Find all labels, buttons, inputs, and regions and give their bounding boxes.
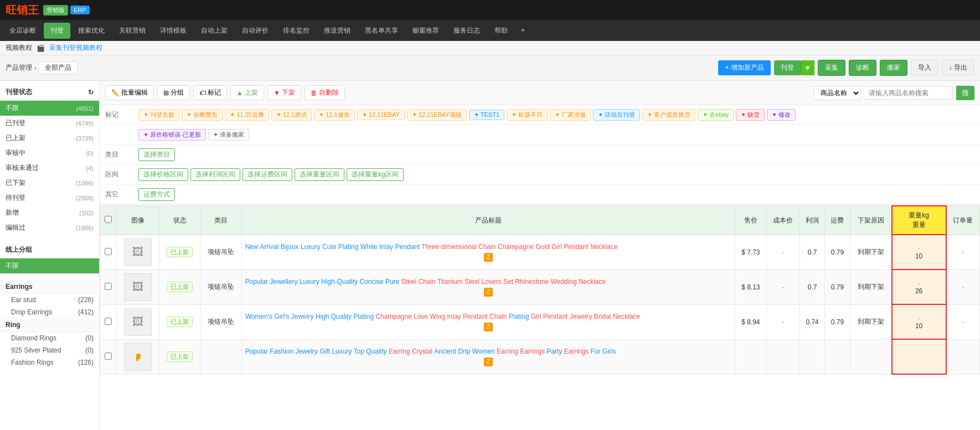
nav-item-seo[interactable]: 搜索优化 bbox=[71, 23, 111, 39]
row-checkbox-2[interactable] bbox=[100, 270, 117, 304]
status-published[interactable]: 已刊登 (4749) bbox=[0, 116, 99, 131]
row-weight-3[interactable]: - 10 bbox=[892, 304, 946, 339]
tag-go-ebay[interactable]: ✦ 去ebay bbox=[698, 109, 734, 121]
row-title-3[interactable]: Women's Girl's Jewelry High Quality Plat… bbox=[241, 304, 735, 339]
row-title-2[interactable]: Popular Jewellery Luxury High-Quality Co… bbox=[241, 270, 735, 304]
delete-button[interactable]: 🗑 自删除 bbox=[305, 85, 345, 100]
tag-post-activity[interactable]: ✦ 活动后刊登 bbox=[593, 109, 640, 121]
tag-prepare-move[interactable]: ✦ 准备搬家 bbox=[208, 129, 249, 141]
list-button[interactable]: ▲ 上架 bbox=[230, 85, 264, 100]
status-reviewing[interactable]: 审核中 (0) bbox=[0, 146, 99, 160]
search-input[interactable] bbox=[864, 86, 953, 100]
row-checkbox-4[interactable] bbox=[100, 339, 117, 374]
edit-icon-2[interactable]: Z bbox=[484, 288, 493, 297]
select-all-checkbox[interactable] bbox=[105, 216, 112, 223]
tutorial-link[interactable]: 采集刊登视频教程 bbox=[49, 43, 102, 53]
status-listed[interactable]: 已上架 (3739) bbox=[0, 131, 99, 146]
publish-dropdown-button[interactable]: ▼ bbox=[801, 60, 814, 75]
tag-121modify[interactable]: ✦ 12.1修改 bbox=[314, 109, 354, 121]
batch-edit-button[interactable]: ✏️ 批量编辑 bbox=[105, 85, 154, 100]
status-edited[interactable]: 编辑过 (1906) bbox=[0, 220, 99, 235]
search-type-select[interactable]: 商品名称 bbox=[813, 86, 861, 100]
export-button[interactable]: ↓ 导出 bbox=[942, 60, 974, 76]
row-title-1[interactable]: New Arrival Bijoux Luxury Cute Plating W… bbox=[241, 235, 735, 270]
row-weight-4[interactable] bbox=[892, 339, 946, 374]
tag-customer-exchange[interactable]: ✦ 客户愿意换货 bbox=[642, 109, 695, 121]
tag-1221ebay[interactable]: ✦ 12.21EBAY bbox=[357, 110, 405, 120]
tag-test1[interactable]: ✦ TEST1 bbox=[469, 110, 504, 120]
subcategory-fashion-rings[interactable]: Fashion Rings (126) bbox=[0, 356, 99, 369]
status-review-failed[interactable]: 审核未通过 (4) bbox=[0, 160, 99, 175]
status-delisted[interactable]: 已下架 (1006) bbox=[0, 175, 99, 190]
add-product-button[interactable]: + 增加新产品 bbox=[718, 60, 770, 75]
breadcrumb-current[interactable]: 全部产品 bbox=[39, 61, 78, 74]
weight-range-select[interactable]: 选择重量区间 bbox=[295, 168, 344, 181]
status-unlimited[interactable]: 不限 (4851) bbox=[0, 101, 99, 116]
publish-button[interactable]: 刊登 bbox=[774, 60, 801, 75]
weight-kg-range-select[interactable]: 选择重量kg区间 bbox=[347, 168, 404, 181]
edit-icon-4[interactable]: Z bbox=[484, 358, 493, 366]
product-title-2[interactable]: Popular Jewellery Luxury High-Quality Co… bbox=[245, 277, 731, 287]
tag-factory-undone[interactable]: ✦ 厂家没做 bbox=[550, 109, 591, 121]
shipping-range-select[interactable]: 选择运费区间 bbox=[243, 168, 292, 181]
group-unlimited[interactable]: 不限 bbox=[0, 258, 99, 273]
refresh-icon[interactable]: ↻ bbox=[88, 89, 94, 96]
row-weight-2[interactable]: - 26 bbox=[892, 270, 946, 304]
nav-item-help[interactable]: 帮助 bbox=[488, 23, 514, 39]
profit-range-select[interactable]: 选择利润区间 bbox=[190, 168, 240, 181]
category-select[interactable]: 选择类目 bbox=[138, 148, 175, 161]
nav-item-auto-review[interactable]: 自动评价 bbox=[235, 23, 275, 39]
tag-button[interactable]: 🏷 标记 bbox=[193, 85, 227, 100]
tag-modify[interactable]: ✦ 修改 bbox=[767, 109, 796, 121]
status-pending[interactable]: 待刊登 (2008) bbox=[0, 190, 99, 205]
delist-button[interactable]: ▼ 下架 bbox=[267, 85, 301, 100]
nav-item-diagnose[interactable]: 全店诊断 bbox=[3, 23, 43, 39]
shipping-method-select[interactable]: 运费方式 bbox=[138, 188, 175, 201]
product-title-1[interactable]: New Arrival Bijoux Luxury Cute Plating W… bbox=[245, 242, 731, 252]
tag-1125[interactable]: ✦ 11.25追番 bbox=[225, 109, 269, 121]
collect-button[interactable]: 采集 bbox=[818, 60, 845, 76]
nav-item-rank[interactable]: 排名监控 bbox=[276, 23, 316, 39]
row-weight-1[interactable]: - 10 bbox=[892, 235, 946, 270]
tag-price-error[interactable]: ✦ 原价格错误-已更新 bbox=[138, 129, 206, 141]
product-title-3[interactable]: Women's Girl's Jewelry High Quality Plat… bbox=[245, 312, 731, 322]
tag-121test[interactable]: ✦ 12.1测试 bbox=[271, 109, 312, 121]
import-button[interactable]: 导入 bbox=[911, 60, 938, 76]
edit-icon-1[interactable]: Z bbox=[484, 253, 493, 262]
move-button[interactable]: 搬家 bbox=[880, 60, 907, 76]
nav-item-log[interactable]: 服务日志 bbox=[447, 23, 487, 39]
nav-item-blacklist[interactable]: 黑名单共享 bbox=[358, 23, 405, 39]
tag-title-mismatch[interactable]: ✦ 标题不符 bbox=[507, 109, 548, 121]
nav-item-window[interactable]: 橱窗推荐 bbox=[406, 23, 446, 39]
tag-diagnose-warning[interactable]: ✦ 诊断警告 bbox=[182, 109, 223, 121]
subcategory-drop-earrings[interactable]: Drop Earrings (412) bbox=[0, 306, 99, 318]
subcategory-silver-plated[interactable]: 925 Silver Plated (0) bbox=[0, 344, 99, 356]
row-checkbox-3[interactable] bbox=[100, 304, 117, 339]
breadcrumb-parent[interactable]: 产品管理 bbox=[6, 63, 32, 72]
group-button[interactable]: ⊞ 分组 bbox=[157, 85, 190, 100]
tag-1221ebay-chain[interactable]: ✦ 12.21EBAY项链 bbox=[407, 109, 467, 121]
status-new[interactable]: 新增 (102) bbox=[0, 205, 99, 220]
nav-plus-button[interactable]: + bbox=[515, 23, 530, 38]
subcategory-ear-stud[interactable]: Ear stud (228) bbox=[0, 294, 99, 306]
product-title-4[interactable]: Popular Fashion Jewelry Gift Luxury Top … bbox=[245, 347, 731, 356]
category-ring: Ring bbox=[0, 318, 99, 332]
marketing-badge[interactable]: 营销版 bbox=[43, 5, 68, 15]
nav-item-template[interactable]: 详情模板 bbox=[153, 23, 193, 39]
edit-icon-3[interactable]: Z bbox=[484, 323, 493, 331]
search-button[interactable]: 搜 bbox=[956, 86, 974, 100]
price-range-select[interactable]: 选择价格区间 bbox=[138, 168, 188, 181]
row-checkbox-1[interactable] bbox=[100, 235, 117, 270]
tag-out-of-stock[interactable]: ✦ 缺货 bbox=[736, 109, 765, 121]
row-title-4[interactable]: Popular Fashion Jewelry Gift Luxury Top … bbox=[241, 339, 735, 374]
nav-item-push[interactable]: 推送营销 bbox=[317, 23, 357, 39]
erp-badge[interactable]: ERP bbox=[70, 6, 90, 14]
diagnose-button[interactable]: 诊断 bbox=[849, 60, 876, 76]
th-checkbox[interactable] bbox=[100, 206, 117, 235]
subcategory-diamond-rings[interactable]: Diamond Rings (0) bbox=[0, 332, 99, 344]
tag-publish-failed[interactable]: ✦ 刊登失败 bbox=[138, 109, 179, 121]
nav-item-related[interactable]: 关联营销 bbox=[112, 23, 152, 39]
th-weight: 重量kg重量 bbox=[892, 206, 946, 235]
nav-item-auto-publish[interactable]: 自动上架 bbox=[194, 23, 234, 39]
nav-item-publish[interactable]: 刊登 bbox=[44, 23, 70, 39]
